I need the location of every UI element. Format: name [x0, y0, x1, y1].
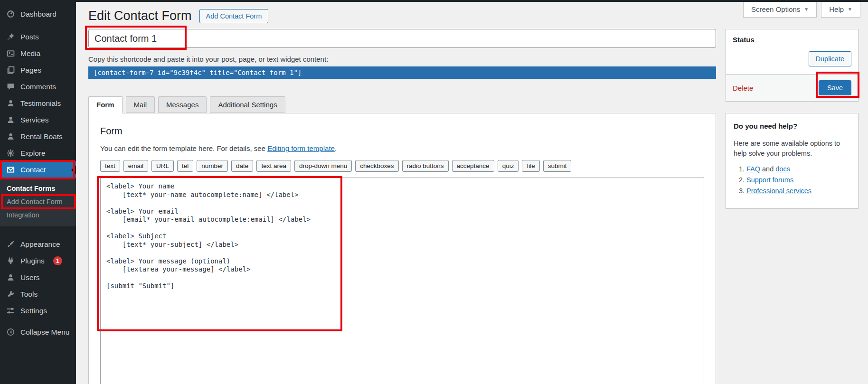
dashboard-icon — [6, 10, 15, 18]
submenu-item-contact-forms[interactable]: Contact Forms — [0, 182, 76, 195]
page-title: Edit Contact Form — [88, 9, 192, 23]
editing-form-template-link[interactable]: Editing form template — [267, 144, 335, 152]
current-menu-arrow — [71, 166, 76, 174]
sidebar-item-contact[interactable]: Contact — [0, 161, 76, 178]
save-button[interactable]: Save — [819, 80, 851, 95]
person-icon — [6, 132, 15, 140]
status-footer: Delete Save — [726, 74, 858, 101]
delete-link[interactable]: Delete — [733, 84, 753, 92]
sidebar-item-label: Testimonials — [20, 99, 61, 108]
sidebar-item-label: Settings — [20, 307, 47, 315]
sidebar-item-tools[interactable]: Tools — [0, 286, 76, 302]
professional-services-link[interactable]: Professional services — [746, 187, 811, 195]
help-list-item: Professional services — [746, 187, 850, 195]
comment-icon — [6, 83, 15, 91]
form-tab-panel: Form You can edit the form template here… — [88, 113, 716, 384]
shortcode-value[interactable]: [contact-form-7 id="9c39f4c" title="Cont… — [88, 66, 716, 79]
sidebar-item-label: Posts — [20, 33, 39, 41]
tag-button-text[interactable]: text — [100, 160, 120, 172]
form-template-textarea[interactable]: <label> Your name [text* your-name autoc… — [100, 178, 704, 384]
tag-button-file[interactable]: file — [522, 160, 539, 172]
sidebar-item-label: Pages — [20, 66, 41, 75]
tag-button-number[interactable]: number — [197, 160, 228, 172]
status-panel: Status Duplicate Delete Save — [726, 29, 859, 102]
sidebar-item-plugins[interactable]: Plugins 1 — [0, 253, 76, 269]
plug-icon — [6, 257, 15, 265]
panel-heading: Form — [100, 126, 704, 137]
help-button[interactable]: Help ▼ — [821, 1, 860, 18]
panel-description: You can edit the form template here. For… — [100, 144, 704, 152]
sidebar-item-settings[interactable]: Settings — [0, 302, 76, 319]
pages-icon — [6, 66, 15, 74]
support-forums-link[interactable]: Support forums — [746, 176, 793, 184]
sidebar-item-media[interactable]: Media — [0, 45, 76, 62]
tag-button-checkboxes[interactable]: checkboxes — [355, 160, 398, 172]
sidebar-item-comments[interactable]: Comments — [0, 78, 76, 95]
sliders-icon — [6, 307, 15, 315]
sidebar-item-label: Comments — [20, 83, 56, 91]
tab-mail[interactable]: Mail — [126, 96, 155, 113]
tag-button-email[interactable]: email — [123, 160, 148, 172]
submenu-item-integration[interactable]: Integration — [0, 208, 76, 222]
submenu-item-add-contact-form[interactable]: Add Contact Form — [0, 195, 76, 208]
sidebar-item-services[interactable]: Services — [0, 112, 76, 128]
tag-button-quiz[interactable]: quiz — [498, 160, 519, 172]
sidebar-item-label: Appearance — [20, 240, 60, 249]
sidebar-item-label: Rental Boats — [20, 132, 63, 141]
tag-button-tel[interactable]: tel — [177, 160, 193, 172]
editor-tabs: Form Mail Messages Additional Settings — [88, 96, 716, 113]
tag-button-drop-down-menu[interactable]: drop-down menu — [294, 160, 352, 172]
brush-icon — [6, 240, 15, 248]
sidebar-item-label: Plugins — [20, 257, 45, 265]
tag-button-acceptance[interactable]: acceptance — [452, 160, 494, 172]
screen-options-button[interactable]: Screen Options ▼ — [743, 1, 817, 18]
shortcode-hint: Copy this shortcode and paste it into yo… — [88, 55, 716, 63]
sidebar-item-dashboard[interactable]: Dashboard — [0, 6, 76, 22]
person-icon — [6, 273, 15, 281]
contact-submenu: Contact Forms Add Contact Form Integrati… — [0, 178, 76, 226]
tag-button-url[interactable]: URL — [151, 160, 174, 172]
help-list-item: Support forums — [746, 176, 850, 184]
pin-icon — [6, 33, 15, 41]
admin-sidebar: Dashboard Posts Media Pages Comments Tes… — [0, 0, 76, 384]
tab-form[interactable]: Form — [88, 96, 123, 113]
help-panel: Do you need help? Here are some availabl… — [726, 113, 859, 209]
add-contact-form-button[interactable]: Add Contact Form — [199, 9, 269, 23]
tag-button-date[interactable]: date — [231, 160, 253, 172]
sidebar-item-posts[interactable]: Posts — [0, 28, 76, 45]
chevron-down-icon: ▼ — [848, 7, 852, 12]
tag-button-text-area[interactable]: text area — [256, 160, 291, 172]
sidebar-item-label: Collapse Menu — [20, 328, 69, 337]
admin-top-strip — [0, 0, 868, 2]
docs-link[interactable]: docs — [775, 165, 790, 173]
help-intro: Here are some available options to help … — [734, 139, 850, 159]
status-heading: Status — [726, 29, 858, 47]
help-list: FAQ and docs Support forums Professional… — [746, 165, 850, 195]
tag-button-submit[interactable]: submit — [543, 160, 572, 172]
tab-additional-settings[interactable]: Additional Settings — [210, 96, 285, 113]
sidebar-item-label: Users — [20, 273, 39, 282]
collapse-icon — [6, 328, 15, 336]
sidebar-item-pages[interactable]: Pages — [0, 62, 76, 78]
faq-link[interactable]: FAQ — [746, 165, 760, 173]
sidebar-item-explore[interactable]: Explore — [0, 145, 76, 161]
duplicate-button[interactable]: Duplicate — [809, 51, 851, 66]
tag-button-radio-buttons[interactable]: radio buttons — [402, 160, 449, 172]
help-list-item: FAQ and docs — [746, 165, 850, 173]
plugins-update-badge: 1 — [53, 256, 62, 265]
side-column: Status Duplicate Delete Save Do you need… — [726, 29, 859, 209]
person-icon — [6, 116, 15, 124]
person-icon — [6, 99, 15, 107]
sidebar-item-users[interactable]: Users — [0, 269, 76, 286]
form-title-input[interactable] — [88, 29, 716, 48]
sidebar-item-rental-boats[interactable]: Rental Boats — [0, 128, 76, 145]
sidebar-item-label: Services — [20, 116, 48, 124]
sidebar-collapse-menu[interactable]: Collapse Menu — [0, 324, 76, 340]
envelope-icon — [6, 166, 15, 174]
sidebar-item-label: Tools — [20, 290, 38, 299]
sidebar-item-appearance[interactable]: Appearance — [0, 236, 76, 253]
tab-messages[interactable]: Messages — [158, 96, 207, 113]
sidebar-item-label: Contact — [20, 166, 46, 174]
gear-icon — [6, 149, 15, 157]
sidebar-item-testimonials[interactable]: Testimonials — [0, 95, 76, 112]
